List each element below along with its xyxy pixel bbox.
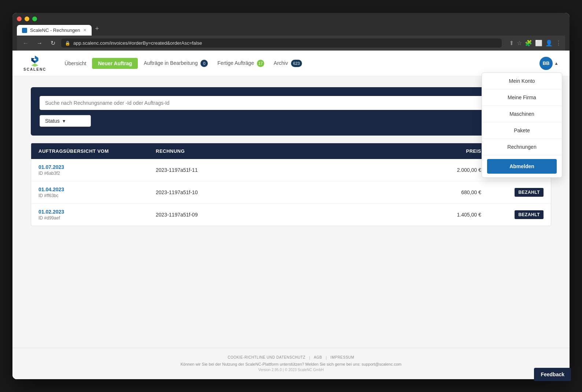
search-input[interactable] [40, 96, 542, 110]
footer-cookie-link[interactable]: COOKIE-RICHTLINE UND DATENSCHUTZ [228, 355, 305, 360]
col-order: AUFTRAGSÜBERSICHT VOM [38, 148, 156, 154]
row-3-price: 1.405,00 € [426, 212, 485, 218]
table-row: 01.07.2023 ID #6ab3f2 2023-1197a51f-11 2… [31, 159, 551, 181]
row-1-date[interactable]: 01.07.2023 [38, 164, 156, 170]
archive-badge: 623 [291, 60, 302, 67]
tab-title: ScaleNC - Rechnungen [30, 27, 80, 33]
dropdown-maschinen[interactable]: Maschinen [482, 106, 562, 122]
nav-archive[interactable]: Archiv 623 [270, 58, 306, 69]
app-footer: COOKIE-RICHTLINE UND DATENSCHUTZ | AGB |… [12, 348, 570, 379]
row-3-date[interactable]: 01.02.2023 [38, 209, 156, 215]
chevron-down-icon: ▾ [63, 118, 65, 124]
row-1-price: 2.000,00 € [426, 167, 485, 173]
dropdown-mein-konto[interactable]: Mein Konto [482, 73, 562, 89]
row-1-id: ID #6ab3f2 [38, 171, 156, 176]
dropdown-meine-firma[interactable]: Meine Firma [482, 89, 562, 106]
row-3-status-badge: BEZAHLT [515, 210, 544, 219]
chevron-up-icon[interactable]: ▲ [554, 61, 559, 66]
app-content: SCALENC Übersicht Neuer Auftrag Aufträge… [12, 51, 570, 379]
footer-links: COOKIE-RICHTLINE UND DATENSCHUTZ | AGB |… [20, 355, 562, 360]
tab-favicon [22, 28, 27, 33]
row-2-invoice: 2023-1197a51f-10 [156, 189, 426, 195]
dropdown-pakete[interactable]: Pakete [482, 122, 562, 139]
row-2-status: BEZAHLT [485, 188, 544, 197]
browser-window: ScaleNC - Rechnungen ✕ + ← → ↻ 🔒 app.sca… [12, 13, 570, 379]
tab-bar: ScaleNC - Rechnungen ✕ + [17, 25, 565, 36]
address-bar-row: ← → ↻ 🔒 app.scalenc.com/invoices/#orderB… [17, 36, 565, 51]
app-header: SCALENC Übersicht Neuer Auftrag Aufträge… [12, 51, 570, 76]
new-tab-btn[interactable]: + [92, 25, 102, 36]
orders-processing-badge: 0 [200, 60, 208, 67]
more-options-icon[interactable]: ⋮ [556, 40, 561, 47]
col-price: PREIS [426, 148, 485, 154]
profile-icon[interactable]: 👤 [545, 40, 553, 47]
extensions-icon[interactable]: 🧩 [525, 40, 532, 47]
address-bar[interactable]: 🔒 app.scalenc.com/invoices/#orderBy=crea… [61, 38, 502, 48]
nav-orders-done[interactable]: Fertige Aufträge 17 [214, 58, 268, 69]
share-icon[interactable]: ⬆ [509, 40, 514, 47]
row-2-date[interactable]: 01.04.2023 [38, 186, 156, 192]
browser-actions: ⬆ ☆ 🧩 ⬜ 👤 ⋮ [509, 40, 561, 47]
row-1-invoice: 2023-1197a51f-11 [156, 167, 426, 173]
row-2-status-badge: BEZAHLT [515, 188, 544, 197]
invoice-table: AUFTRAGSÜBERSICHT VOM RECHNUNG PREIS STA… [31, 143, 551, 226]
user-avatar[interactable]: BB [539, 57, 553, 70]
reload-btn[interactable]: ↻ [48, 39, 58, 47]
footer-version: Version 2.95.0 | © 2023 ScaleNC GmbH [20, 368, 562, 372]
back-btn[interactable]: ← [21, 39, 31, 47]
row-2-price: 680,00 € [426, 189, 485, 195]
logo-text: SCALENC [23, 67, 46, 71]
col-invoice: RECHNUNG [156, 148, 426, 154]
footer-support: Können wir Sie bei der Nutzung der Scale… [20, 362, 562, 366]
lock-icon: 🔒 [65, 41, 70, 46]
nav-orders-processing[interactable]: Aufträge in Bearbeitung 0 [140, 58, 211, 69]
row-3-order: 01.02.2023 ID #d99aef [38, 209, 156, 221]
table-header: AUFTRAGSÜBERSICHT VOM RECHNUNG PREIS STA… [31, 143, 551, 159]
maximize-window-btn[interactable] [32, 16, 37, 21]
nav-new-order[interactable]: Neuer Auftrag [92, 58, 138, 69]
footer-impressum-link[interactable]: IMPRESSUM [331, 355, 354, 360]
browser-tab[interactable]: ScaleNC - Rechnungen ✕ [17, 25, 92, 36]
row-3-id: ID #d99aef [38, 215, 156, 221]
logo: SCALENC [23, 55, 46, 71]
search-input-wrap: 🔍 [40, 96, 542, 110]
dropdown-rechnungen[interactable]: Rechnungen [482, 139, 562, 155]
footer-agb-link[interactable]: AGB [314, 355, 322, 360]
bookmark-icon[interactable]: ☆ [517, 40, 522, 47]
close-window-btn[interactable] [17, 16, 22, 21]
table-row: 01.04.2023 ID #ff63bc 2023-1197a51f-10 6… [31, 181, 551, 204]
url-text: app.scalenc.com/invoices/#orderBy=create… [73, 40, 202, 46]
logout-btn[interactable]: Abmelden [487, 159, 557, 174]
search-panel: 🔍 Status ▾ [31, 87, 551, 136]
row-2-order: 01.04.2023 ID #ff63bc [38, 186, 156, 198]
feedback-btn[interactable]: Feedback [534, 368, 570, 379]
split-view-icon[interactable]: ⬜ [535, 40, 542, 47]
status-dropdown[interactable]: Status ▾ [40, 115, 91, 127]
tab-close-btn[interactable]: ✕ [83, 28, 86, 33]
orders-done-badge: 17 [257, 60, 264, 67]
filter-row: Status ▾ [40, 115, 542, 127]
row-2-id: ID #ff63bc [38, 193, 156, 198]
traffic-lights [17, 16, 565, 21]
forward-btn[interactable]: → [34, 39, 45, 47]
row-1-order: 01.07.2023 ID #6ab3f2 [38, 164, 156, 176]
nav-links: Übersicht Neuer Auftrag Aufträge in Bear… [61, 58, 539, 69]
table-row: 01.02.2023 ID #d99aef 2023-1197a51f-09 1… [31, 204, 551, 226]
user-dropdown: Mein Konto Meine Firma Maschinen Pakete … [482, 73, 562, 178]
nav-overview[interactable]: Übersicht [61, 58, 90, 69]
row-3-invoice: 2023-1197a51f-09 [156, 212, 426, 218]
browser-chrome: ScaleNC - Rechnungen ✕ + ← → ↻ 🔒 app.sca… [12, 13, 570, 51]
logo-svg [29, 55, 41, 67]
minimize-window-btn[interactable] [25, 16, 29, 21]
row-3-status: BEZAHLT [485, 210, 544, 219]
